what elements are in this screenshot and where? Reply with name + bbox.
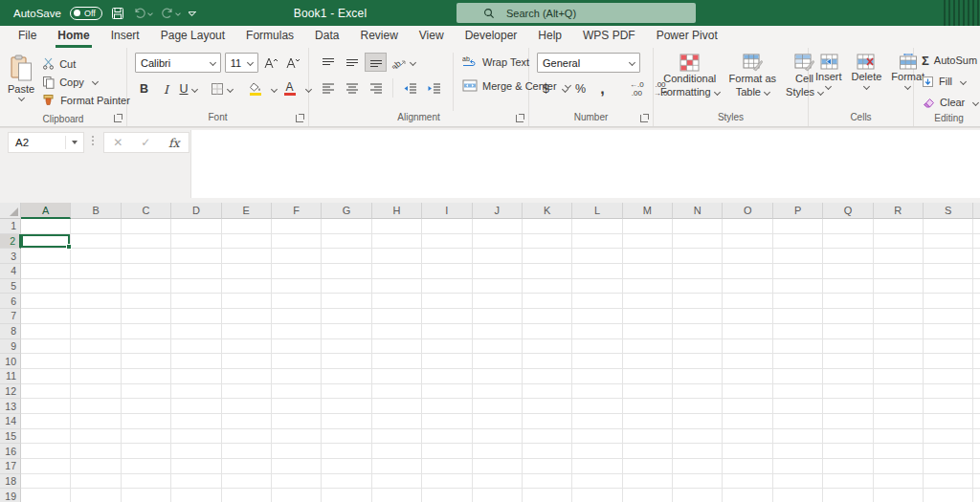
cell-partial4[interactable] bbox=[973, 264, 980, 279]
font-dialog-launcher[interactable] bbox=[296, 114, 304, 122]
cell-d13[interactable] bbox=[171, 399, 221, 414]
cell-m2[interactable] bbox=[623, 234, 673, 250]
tab-wps-pdf[interactable]: WPS PDF bbox=[572, 26, 646, 48]
cell-i16[interactable] bbox=[422, 444, 472, 459]
cell-s7[interactable] bbox=[924, 309, 973, 324]
cell-c15[interactable] bbox=[122, 429, 171, 445]
cell-h6[interactable] bbox=[372, 294, 422, 309]
cell-e10[interactable] bbox=[222, 354, 272, 369]
cell-k2[interactable] bbox=[523, 234, 572, 250]
cell-a15[interactable] bbox=[21, 429, 71, 445]
cell-j17[interactable] bbox=[473, 459, 523, 474]
cell-o6[interactable] bbox=[723, 294, 772, 309]
cell-o12[interactable] bbox=[723, 384, 772, 400]
cell-m12[interactable] bbox=[623, 384, 673, 400]
cell-j15[interactable] bbox=[473, 429, 523, 445]
cell-f8[interactable] bbox=[272, 324, 322, 339]
cell-o2[interactable] bbox=[723, 234, 772, 250]
cell-l19[interactable] bbox=[572, 489, 622, 502]
cell-h2[interactable] bbox=[372, 234, 422, 250]
tab-page-layout[interactable]: Page Layout bbox=[150, 26, 235, 48]
row-header-19[interactable]: 19 bbox=[0, 489, 21, 502]
cell-r3[interactable] bbox=[874, 249, 924, 264]
cell-i10[interactable] bbox=[422, 354, 472, 369]
column-header-h[interactable]: H bbox=[372, 203, 422, 219]
fill-button[interactable]: Fill bbox=[922, 72, 978, 91]
cell-k10[interactable] bbox=[523, 354, 572, 369]
cell-o8[interactable] bbox=[723, 324, 772, 339]
cell-c16[interactable] bbox=[122, 444, 171, 459]
row-header-10[interactable]: 10 bbox=[0, 354, 21, 369]
paste-button[interactable]: Paste bbox=[8, 53, 34, 113]
cell-c19[interactable] bbox=[122, 489, 171, 502]
cell-a19[interactable] bbox=[21, 489, 71, 502]
cell-k19[interactable] bbox=[523, 489, 572, 502]
cell-r10[interactable] bbox=[874, 354, 924, 369]
cell-r9[interactable] bbox=[874, 339, 924, 355]
cell-q6[interactable] bbox=[823, 294, 873, 309]
tab-insert[interactable]: Insert bbox=[100, 26, 150, 48]
cell-e15[interactable] bbox=[222, 429, 272, 445]
cell-r1[interactable] bbox=[874, 219, 924, 234]
cell-o4[interactable] bbox=[723, 264, 772, 279]
cell-q5[interactable] bbox=[823, 279, 873, 295]
cell-m14[interactable] bbox=[623, 414, 673, 429]
cell-a8[interactable] bbox=[21, 324, 71, 339]
cell-e17[interactable] bbox=[222, 459, 272, 474]
cell-j9[interactable] bbox=[473, 339, 523, 355]
cell-m18[interactable] bbox=[623, 474, 673, 490]
row-header-6[interactable]: 6 bbox=[0, 294, 21, 309]
cell-q13[interactable] bbox=[823, 399, 873, 414]
cell-n4[interactable] bbox=[673, 264, 723, 279]
cell-f6[interactable] bbox=[272, 294, 322, 309]
cell-b8[interactable] bbox=[71, 324, 121, 339]
format-as-table-button[interactable]: Format as Table bbox=[724, 53, 782, 111]
cell-q1[interactable] bbox=[823, 219, 873, 234]
tab-power-pivot[interactable]: Power Pivot bbox=[646, 26, 728, 48]
cell-a5[interactable] bbox=[21, 279, 71, 295]
cell-i3[interactable] bbox=[422, 249, 472, 264]
column-header-o[interactable]: O bbox=[723, 203, 772, 219]
row-header-4[interactable]: 4 bbox=[0, 264, 21, 279]
underline-button[interactable]: U bbox=[179, 79, 197, 98]
cell-j2[interactable] bbox=[473, 234, 523, 250]
cell-b9[interactable] bbox=[71, 339, 121, 355]
cell-b18[interactable] bbox=[71, 474, 121, 490]
column-header-partial[interactable] bbox=[973, 203, 980, 219]
cell-p7[interactable] bbox=[773, 309, 823, 324]
comma-style-button[interactable]: , bbox=[593, 79, 612, 98]
cell-j12[interactable] bbox=[473, 384, 523, 400]
cell-o14[interactable] bbox=[723, 414, 772, 429]
borders-button[interactable] bbox=[212, 79, 231, 98]
row-header-11[interactable]: 11 bbox=[0, 369, 21, 384]
cell-o17[interactable] bbox=[723, 459, 772, 474]
cell-b6[interactable] bbox=[71, 294, 121, 309]
cell-n10[interactable] bbox=[673, 354, 723, 369]
cell-s18[interactable] bbox=[924, 474, 973, 490]
cell-h16[interactable] bbox=[372, 444, 422, 459]
cell-c18[interactable] bbox=[122, 474, 171, 490]
cell-n11[interactable] bbox=[673, 369, 723, 384]
row-header-17[interactable]: 17 bbox=[0, 459, 21, 474]
cell-i7[interactable] bbox=[422, 309, 472, 324]
column-header-g[interactable]: G bbox=[322, 203, 371, 219]
cell-g10[interactable] bbox=[322, 354, 371, 369]
cell-e1[interactable] bbox=[222, 219, 272, 234]
cell-l17[interactable] bbox=[572, 459, 622, 474]
cell-g11[interactable] bbox=[322, 369, 371, 384]
font-family-select[interactable]: Calibri bbox=[135, 53, 221, 73]
conditional-formatting-button[interactable]: Conditional Formatting bbox=[656, 53, 724, 111]
cell-l8[interactable] bbox=[572, 324, 622, 339]
cell-s13[interactable] bbox=[924, 399, 973, 414]
align-left-button[interactable] bbox=[317, 78, 339, 98]
row-header-1[interactable]: 1 bbox=[0, 219, 21, 234]
decrease-indent-button[interactable] bbox=[399, 78, 421, 98]
cell-e13[interactable] bbox=[222, 399, 272, 414]
row-header-2[interactable]: 2 bbox=[0, 234, 21, 250]
cell-c12[interactable] bbox=[122, 384, 171, 400]
row-header-16[interactable]: 16 bbox=[0, 444, 21, 459]
cell-h12[interactable] bbox=[372, 384, 422, 400]
cell-j1[interactable] bbox=[473, 219, 523, 234]
cell-k7[interactable] bbox=[523, 309, 572, 324]
cell-p17[interactable] bbox=[773, 459, 823, 474]
